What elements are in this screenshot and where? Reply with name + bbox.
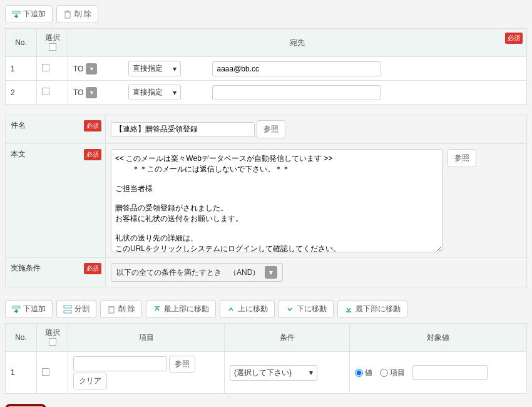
row-no: 1 xyxy=(6,57,37,81)
recipient-mode-select[interactable]: 直接指定 ▾ xyxy=(128,61,181,76)
required-badge: 必須 xyxy=(84,263,101,274)
svg-rect-11 xyxy=(109,307,114,313)
col-select: 選択 xyxy=(37,29,68,57)
conditions-table: No. 選択 項目 条件 対象値 1 参照 クリア (選択して下さい) ▾ xyxy=(5,323,527,394)
row-no: 1 xyxy=(6,352,37,394)
arrow-down-icon xyxy=(285,305,294,314)
chevron-down-icon: ▾ xyxy=(173,88,176,97)
recipient-type-select[interactable]: TO ▾ xyxy=(73,63,97,75)
body-ref-button[interactable]: 参照 xyxy=(448,149,476,167)
subject-input[interactable] xyxy=(111,122,255,137)
radio-item[interactable]: 項目 xyxy=(380,368,405,378)
condition-select[interactable]: (選択して下さい) ▾ xyxy=(230,365,317,381)
svg-rect-9 xyxy=(64,306,71,308)
arrow-bottom-icon xyxy=(344,305,353,314)
split-icon xyxy=(63,305,72,314)
recipient-address-input[interactable] xyxy=(212,61,381,76)
move-bottom-button[interactable]: 最下部に移動 xyxy=(337,300,407,318)
delete-button[interactable]: 削 除 xyxy=(56,5,98,23)
subject-ref-button[interactable]: 参照 xyxy=(257,120,285,138)
condition-label-cell: 実施条件 必須 xyxy=(6,258,106,287)
item-input[interactable] xyxy=(73,356,167,371)
add-below-button[interactable]: 下追加 xyxy=(5,5,53,23)
col-select: 選択 xyxy=(37,324,68,352)
row-no: 2 xyxy=(6,81,37,105)
row-checkbox[interactable] xyxy=(42,64,49,71)
recipients-table: No. 選択 宛先 必須 1 TO ▾ 直接指定 xyxy=(5,28,527,105)
svg-rect-6 xyxy=(13,306,20,308)
mail-form: 件名 必須 参照 本文 必須 参照 実施条件 必須 以下の全ての条件を満たすとき… xyxy=(5,115,527,287)
add-row-icon xyxy=(12,305,21,314)
svg-rect-0 xyxy=(13,11,20,13)
apply-highlight: 適用 xyxy=(5,404,46,407)
subject-label-cell: 件名 必須 xyxy=(6,115,106,144)
trash-icon xyxy=(63,10,72,19)
col-dest: 宛先 必須 xyxy=(68,29,527,57)
recipient-type-select[interactable]: TO ▾ xyxy=(73,87,97,98)
select-all-checkbox[interactable] xyxy=(49,338,56,346)
condition-logic-select[interactable]: 以下の全ての条件を満たすとき （AND） ▾ xyxy=(111,263,283,282)
recipients-toolbar: 下追加 削 除 xyxy=(5,5,527,23)
item-clear-button[interactable]: クリア xyxy=(73,373,107,389)
move-down-button[interactable]: 下に移動 xyxy=(279,300,334,318)
chevron-down-icon: ▾ xyxy=(86,87,97,98)
body-label-cell: 本文 必須 xyxy=(6,144,106,258)
col-item: 項目 xyxy=(68,324,225,352)
required-badge: 必須 xyxy=(505,33,523,44)
chevron-down-icon: ▾ xyxy=(309,368,313,377)
chevron-down-icon: ▾ xyxy=(173,64,176,73)
split-button[interactable]: 分割 xyxy=(56,300,96,318)
svg-rect-3 xyxy=(65,12,70,18)
move-top-button[interactable]: 最上部に移動 xyxy=(146,300,216,318)
trash-icon xyxy=(107,305,116,314)
recipient-mode-select[interactable]: 直接指定 ▾ xyxy=(128,85,181,100)
radio-value[interactable]: 値 xyxy=(355,368,372,378)
delete-label: 削 除 xyxy=(74,9,91,19)
arrow-top-icon xyxy=(153,305,161,314)
recipient-row: 2 TO ▾ 直接指定 ▾ xyxy=(6,81,527,105)
col-no: No. xyxy=(6,324,37,352)
svg-rect-10 xyxy=(64,311,71,313)
apply-region: 適用 4 xyxy=(5,404,527,407)
select-all-checkbox[interactable] xyxy=(49,43,56,51)
col-target: 対象値 xyxy=(350,324,527,352)
recipient-row: 1 TO ▾ 直接指定 ▾ xyxy=(6,57,527,81)
chevron-down-icon: ▾ xyxy=(265,266,277,279)
col-no: No. xyxy=(6,29,37,57)
row-checkbox[interactable] xyxy=(42,368,49,376)
chevron-down-icon: ▾ xyxy=(86,63,97,75)
conditions-toolbar: 下追加 分割 削 除 最上部に移動 上に移動 下に移動 最下部に移動 xyxy=(5,300,527,318)
target-radio-group: 値 項目 xyxy=(355,365,521,380)
body-textarea[interactable] xyxy=(111,149,442,252)
row-checkbox[interactable] xyxy=(42,88,49,95)
required-badge: 必須 xyxy=(84,120,101,131)
add-below-button[interactable]: 下追加 xyxy=(5,300,53,318)
move-up-button[interactable]: 上に移動 xyxy=(220,300,275,318)
arrow-up-icon xyxy=(227,305,235,314)
col-cond: 条件 xyxy=(225,324,350,352)
delete-button[interactable]: 削 除 xyxy=(100,300,142,318)
add-below-label: 下追加 xyxy=(23,9,46,19)
condition-row: 1 参照 クリア (選択して下さい) ▾ 値 項目 xyxy=(6,352,527,394)
add-row-icon xyxy=(12,10,21,19)
required-badge: 必須 xyxy=(84,149,101,160)
target-input[interactable] xyxy=(412,365,488,380)
item-ref-button[interactable]: 参照 xyxy=(169,356,195,373)
recipient-address-input[interactable] xyxy=(212,85,381,100)
